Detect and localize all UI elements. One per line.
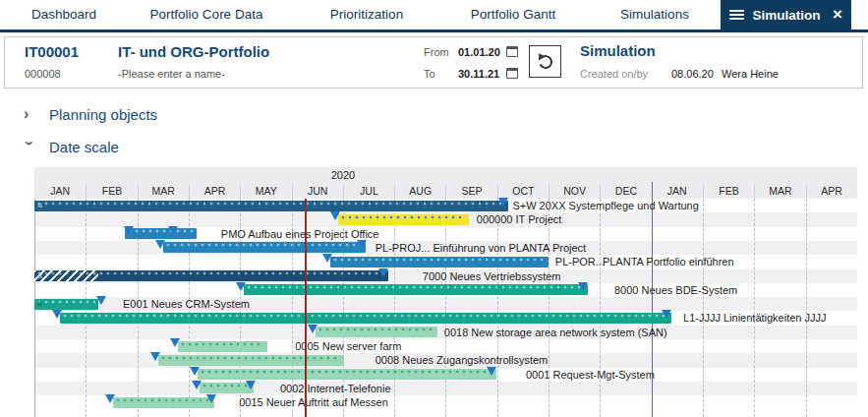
continuation-arrow-symbol: « <box>37 200 42 211</box>
month-gridline <box>754 199 755 417</box>
section-date-scale[interactable]: Date scale <box>24 137 119 156</box>
gantt-bar[interactable] <box>163 242 366 253</box>
created-date: 08.06.20 <box>671 68 714 80</box>
bar-label: 000000 IT Project <box>477 212 562 226</box>
date-marker-icon[interactable] <box>168 226 178 235</box>
active-tab-simulation[interactable]: Simulation × <box>721 0 851 30</box>
nav-item-simulations[interactable]: Simulations <box>620 0 689 30</box>
refresh-button[interactable] <box>529 45 561 78</box>
gantt-bar[interactable] <box>34 299 98 310</box>
chevron-right-icon[interactable] <box>24 105 35 123</box>
date-marker-icon[interactable] <box>378 268 388 277</box>
to-date-field[interactable]: 30.11.21 <box>458 68 499 80</box>
date-marker-icon[interactable] <box>487 367 496 376</box>
date-marker-icon[interactable] <box>124 226 134 235</box>
date-marker-icon[interactable] <box>150 352 160 361</box>
continuation-arrow-symbol: « <box>37 298 42 310</box>
month-label: JAN <box>34 184 86 199</box>
calendar-icon-to[interactable] <box>506 68 518 79</box>
date-marker-icon[interactable] <box>498 198 508 207</box>
gantt-bar[interactable] <box>338 214 469 225</box>
bar-label: 0008 Neues Zugangskontrollsystem <box>376 353 548 367</box>
year-boundary-line <box>652 182 653 417</box>
year-label: 2020 <box>34 169 652 181</box>
date-marker-icon[interactable] <box>155 240 165 249</box>
portfolio-info-card: IT00001 000008 IT- und ORG-Portfolio -Pl… <box>4 36 863 89</box>
date-marker-icon[interactable] <box>246 381 256 389</box>
month-gridline <box>497 199 498 417</box>
gantt-bar[interactable] <box>198 369 496 380</box>
month-label: OCT <box>497 184 549 199</box>
bar-label: E001 Neues CRM-System <box>123 297 250 311</box>
month-gridline <box>703 199 704 417</box>
bar-label: 0001 Request-Mgt-System <box>526 368 655 382</box>
date-marker-icon[interactable] <box>96 296 106 305</box>
month-label: APR <box>806 184 857 199</box>
section-planning-objects[interactable]: Planning objects <box>24 104 157 124</box>
bar-hatch-overlay <box>34 270 98 281</box>
gantt-bar[interactable] <box>158 355 344 366</box>
month-gridline <box>445 199 446 417</box>
nav-accent-border <box>0 30 868 32</box>
name-placeholder-field[interactable]: -Please enter a name- <box>118 68 225 80</box>
nav-item-prioritization[interactable]: Prioritization <box>330 0 403 30</box>
month-label: FEB <box>86 184 137 199</box>
month-label: JUL <box>343 184 394 199</box>
month-label: MAR <box>754 184 805 199</box>
bar-label-secondary: PLANTA Portfolio einführen <box>603 255 734 268</box>
date-marker-icon[interactable] <box>206 394 216 403</box>
date-scale-label: Date scale <box>49 139 119 155</box>
to-label: To <box>424 68 435 80</box>
bar-label: 7000 Neues Vertriebssystem <box>423 269 561 283</box>
nav-item-portfolio-gantt[interactable]: Portfolio Gantt <box>471 0 555 30</box>
month-label: JAN <box>652 184 703 199</box>
calendar-icon-from[interactable] <box>506 46 518 57</box>
gantt-bar[interactable] <box>178 341 267 352</box>
date-marker-icon[interactable] <box>192 381 202 389</box>
nav-item-dashboard[interactable]: Dashboard <box>31 0 96 30</box>
month-label: APR <box>189 184 240 199</box>
gantt-bar[interactable] <box>330 257 549 268</box>
date-marker-icon[interactable] <box>52 310 62 319</box>
planning-objects-label: Planning objects <box>49 106 157 123</box>
bar-label: 0018 New storage area network system (SA… <box>444 326 667 339</box>
gantt-chart: 2020JANFEBMARAPRMAYJUNJULAUGSEPOCTNOVDEC… <box>34 167 862 417</box>
gantt-bar[interactable] <box>113 397 214 408</box>
gantt-timescale-header: 2020JANFEBMARAPRMAYJUNJULAUGSEPOCTNOVDEC… <box>34 167 857 199</box>
gantt-bar[interactable] <box>34 201 508 211</box>
date-marker-icon[interactable] <box>578 282 588 291</box>
date-marker-icon[interactable] <box>308 325 318 333</box>
bar-label: 0002 Internet-Telefonie <box>280 382 391 395</box>
chevron-down-icon[interactable] <box>21 141 38 152</box>
date-marker-icon[interactable] <box>662 310 671 319</box>
top-navigation: Dashboard Portfolio Core Data Prioritiza… <box>0 0 868 30</box>
refresh-icon <box>537 53 554 71</box>
month-label: MAR <box>138 184 189 199</box>
month-gridline <box>600 199 601 417</box>
date-marker-icon[interactable] <box>357 240 367 249</box>
gantt-bar[interactable] <box>244 284 587 295</box>
nav-item-portfolio-core-data[interactable]: Portfolio Core Data <box>150 0 263 30</box>
planta-simulation-screen: Dashboard Portfolio Core Data Prioritiza… <box>0 0 868 417</box>
date-marker-icon[interactable] <box>330 211 340 220</box>
bar-label: L1-JJJJ Linientätigkeiten JJJJ <box>683 311 827 325</box>
date-marker-icon[interactable] <box>236 282 246 291</box>
simulation-title: Simulation <box>580 42 656 59</box>
from-date-field[interactable]: 01.01.20 <box>458 46 500 58</box>
close-icon[interactable]: × <box>829 0 842 30</box>
gantt-bar[interactable] <box>316 327 437 337</box>
date-marker-icon[interactable] <box>170 338 180 347</box>
gantt-bar[interactable] <box>60 313 671 324</box>
bar-label: 0015 Neuer Auftritt auf Messen <box>239 395 388 409</box>
portfolio-id: IT00001 <box>25 43 79 60</box>
current-date-line <box>305 199 307 417</box>
gantt-bar[interactable] <box>125 228 197 239</box>
hamburger-menu-icon[interactable] <box>729 10 744 21</box>
month-label: FEB <box>703 184 754 199</box>
created-by-user: Wera Heine <box>722 68 779 80</box>
active-tab-label: Simulation <box>744 8 829 23</box>
date-marker-icon[interactable] <box>322 254 332 263</box>
date-marker-icon[interactable] <box>190 367 200 376</box>
date-marker-icon[interactable] <box>105 394 115 403</box>
continuation-arrow-symbol: « <box>37 270 42 282</box>
